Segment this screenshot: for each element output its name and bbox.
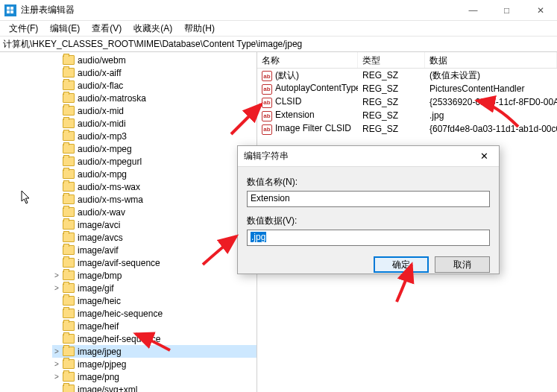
cell-type: REG_SZ: [358, 124, 425, 134]
menu-view[interactable]: 查看(V): [86, 21, 128, 37]
tree-item[interactable]: >image/jpeg: [52, 345, 257, 358]
cell-data: {607fd4e8-0a03-11d1-ab1d-00c0: [425, 124, 557, 134]
string-value-icon: ab: [262, 71, 272, 81]
tree-item[interactable]: audio/x-mpegurl: [52, 155, 257, 168]
tree-item[interactable]: audio/x-mp3: [52, 130, 257, 142]
tree-pane[interactable]: audio/webmaudio/x-aiffaudio/x-flacaudio/…: [0, 52, 257, 392]
expand-icon[interactable]: >: [52, 347, 61, 355]
expand-icon[interactable]: >: [52, 373, 61, 381]
title-bar: 注册表编辑器 — □ ✕: [0, 0, 557, 21]
tree-item[interactable]: image/avif-sequence: [52, 256, 257, 269]
string-value-icon: ab: [262, 84, 272, 95]
close-button[interactable]: ✕: [523, 0, 557, 21]
tree-item[interactable]: audio/x-matroska: [52, 92, 257, 104]
tree-item[interactable]: audio/x-midi: [52, 117, 257, 130]
menu-favorites[interactable]: 收藏夹(A): [128, 21, 178, 37]
tree-item[interactable]: audio/x-aiff: [52, 66, 257, 79]
menu-bar: 文件(F) 编辑(E) 查看(V) 收藏夹(A) 帮助(H): [0, 21, 557, 36]
tree-item-label: image/avif-sequence: [78, 258, 160, 268]
expand-icon[interactable]: >: [52, 284, 61, 292]
expand-icon[interactable]: >: [52, 360, 61, 368]
tree-item-label: image/jpeg: [78, 347, 122, 357]
cell-data: {25336920-03F9-11cf-8FD0-00AA0: [425, 97, 557, 107]
folder-icon: [63, 321, 75, 331]
tree-item[interactable]: >image/png: [52, 370, 257, 383]
value-data-input[interactable]: .jpg: [247, 230, 490, 246]
list-header: 名称 类型 数据: [257, 52, 557, 69]
value-name-input[interactable]: Extension: [247, 191, 490, 207]
address-bar[interactable]: 计算机\HKEY_CLASSES_ROOT\MIME\Database\Cont…: [0, 36, 557, 52]
edit-string-dialog: 编辑字符串 ✕ 数值名称(N): Extension 数值数据(V): .jpg…: [237, 145, 500, 274]
minimize-button[interactable]: —: [456, 0, 490, 21]
tree-item[interactable]: audio/x-ms-wax: [52, 180, 257, 193]
tree-item-label: image/heic-sequence: [78, 309, 163, 319]
folder-icon: [63, 118, 75, 128]
folder-icon: [63, 372, 75, 382]
list-row[interactable]: abImage Filter CLSIDREG_SZ{607fd4e8-0a03…: [257, 122, 557, 136]
tree-item[interactable]: audio/x-mpeg: [52, 142, 257, 155]
folder-icon: [63, 359, 75, 369]
tree-item-label: image/avif: [78, 245, 119, 256]
dialog-titlebar[interactable]: 编辑字符串 ✕: [238, 146, 499, 167]
tree-item[interactable]: audio/x-flac: [52, 79, 257, 92]
tree-item-label: image/png: [78, 372, 119, 382]
folder-icon: [63, 157, 75, 166]
tree-item[interactable]: image/avcs: [52, 231, 257, 244]
folder-icon: [63, 271, 75, 280]
folder-icon: [63, 169, 75, 179]
tree-item-label: audio/x-mpeg: [78, 144, 132, 154]
folder-icon: [63, 220, 75, 230]
tree-item[interactable]: audio/webm: [52, 54, 257, 66]
list-row[interactable]: ab(默认)REG_SZ(数值未设置): [257, 69, 557, 82]
dialog-title: 编辑字符串: [244, 150, 469, 162]
folder-icon: [63, 131, 75, 141]
svg-rect-0: [7, 7, 10, 10]
tree-item-label: audio/x-mp3: [78, 131, 127, 142]
svg-rect-3: [10, 10, 13, 13]
tree-item[interactable]: image/heif-sequence: [52, 332, 257, 345]
tree-item[interactable]: >image/pjpeg: [52, 358, 257, 370]
svg-rect-2: [7, 10, 10, 13]
folder-icon: [63, 347, 75, 356]
menu-help[interactable]: 帮助(H): [178, 21, 221, 37]
string-value-icon: ab: [262, 124, 272, 135]
folder-icon: [63, 93, 75, 103]
expand-icon[interactable]: >: [52, 271, 61, 279]
cell-name: abCLSID: [257, 96, 358, 108]
tree-item[interactable]: >image/gif: [52, 282, 257, 294]
col-type[interactable]: 类型: [358, 52, 425, 68]
col-name[interactable]: 名称: [257, 52, 358, 68]
tree-item-label: image/heif-sequence: [78, 334, 160, 344]
tree-item-label: audio/x-mid: [78, 106, 124, 116]
cell-name: ab(默认): [257, 69, 358, 82]
tree-item[interactable]: audio/x-wav: [52, 206, 257, 218]
tree-item[interactable]: image/heif: [52, 320, 257, 332]
tree-item-label: audio/x-midi: [78, 118, 126, 129]
string-value-icon: ab: [262, 98, 272, 108]
ok-button[interactable]: 确定: [374, 256, 429, 273]
tree-item-label: image/heic: [78, 296, 121, 306]
menu-edit[interactable]: 编辑(E): [44, 21, 86, 37]
maximize-button[interactable]: □: [490, 0, 523, 21]
tree-item-label: image/heif: [78, 321, 119, 332]
tree-item[interactable]: >image/bmp: [52, 269, 257, 282]
col-data[interactable]: 数据: [425, 52, 557, 68]
tree-item[interactable]: audio/x-ms-wma: [52, 193, 257, 206]
tree-item-label: audio/x-wav: [78, 207, 125, 218]
tree-item[interactable]: image/avci: [52, 218, 257, 231]
tree-item[interactable]: audio/x-mid: [52, 104, 257, 117]
dialog-close-button[interactable]: ✕: [469, 146, 499, 167]
tree-item[interactable]: image/avif: [52, 244, 257, 256]
list-row[interactable]: abExtensionREG_SZ.jpg: [257, 109, 557, 122]
tree-item[interactable]: audio/x-mpg: [52, 168, 257, 180]
list-row[interactable]: abCLSIDREG_SZ{25336920-03F9-11cf-8FD0-00…: [257, 95, 557, 109]
folder-icon: [63, 207, 75, 217]
tree-item-label: image/avci: [78, 220, 120, 230]
tree-item[interactable]: image/svg+xml: [52, 383, 257, 392]
address-text: 计算机\HKEY_CLASSES_ROOT\MIME\Database\Cont…: [3, 38, 302, 51]
tree-item[interactable]: image/heic: [52, 294, 257, 307]
menu-file[interactable]: 文件(F): [3, 21, 44, 37]
list-row[interactable]: abAutoplayContentTypeH...REG_SZPicturesC…: [257, 82, 557, 95]
cancel-button[interactable]: 取消: [435, 256, 490, 273]
tree-item[interactable]: image/heic-sequence: [52, 307, 257, 320]
